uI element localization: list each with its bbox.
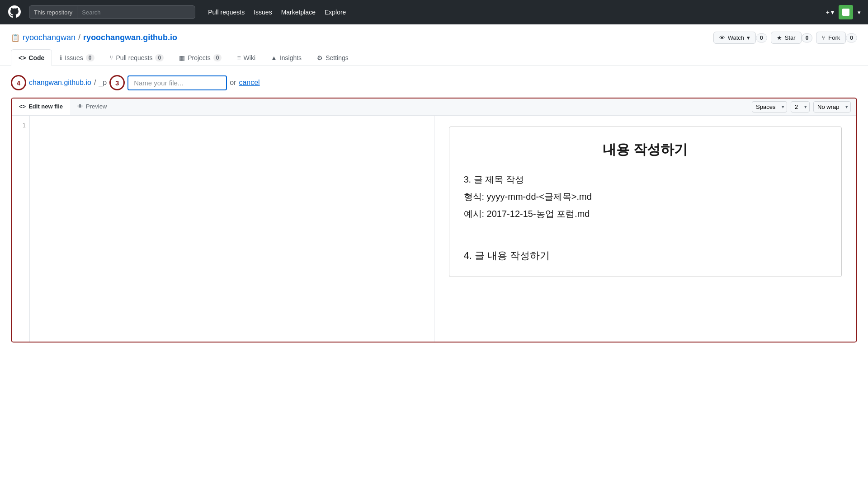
svg-rect-0 xyxy=(842,9,849,16)
issues-badge: 0 xyxy=(86,54,94,61)
avatar-dropdown[interactable]: ▾ xyxy=(858,9,861,16)
issues-icon: ℹ xyxy=(60,54,62,61)
eye-icon: 👁 xyxy=(719,34,725,41)
insights-icon: ▲ xyxy=(271,54,277,61)
star-group: ★ Star 0 xyxy=(771,32,813,44)
tab-wiki[interactable]: ≡ Wiki xyxy=(229,49,263,66)
top-nav: This repository Pull requests Issues Mar… xyxy=(0,0,868,24)
repo-name-link[interactable]: ryoochangwan.github.io xyxy=(83,33,177,42)
tab-code[interactable]: <> Code xyxy=(11,49,52,66)
search-input[interactable] xyxy=(77,9,195,16)
spaces-select[interactable]: Spaces xyxy=(752,101,787,113)
editor-body: 1 내용 작성하기 3. 글 제목 작성 형식: yyyy-mm-dd-<글제목… xyxy=(12,116,856,342)
fork-group: ⑂ Fork 0 xyxy=(816,32,857,44)
explore-link[interactable]: Explore xyxy=(325,9,346,16)
repo-header: 📋 ryoochangwan / ryoochangwan.github.io … xyxy=(0,24,868,66)
marketplace-link[interactable]: Marketplace xyxy=(281,9,316,16)
breadcrumb-row: 4 changwan.github.io / _p 3 or cancel xyxy=(11,75,857,90)
or-text: or xyxy=(230,79,236,87)
editor-toolbar: <> Edit new file 👁 Preview Spaces 2 xyxy=(12,99,856,116)
editor-toolbar-right: Spaces 2 No wrap xyxy=(746,99,856,115)
repo-label: This repository xyxy=(29,6,77,19)
tab-projects[interactable]: ▦ Projects 0 xyxy=(171,49,229,66)
preview-tab[interactable]: 👁 Preview xyxy=(70,99,114,115)
tab-settings[interactable]: ⚙ Settings xyxy=(309,49,356,66)
issues-link[interactable]: Issues xyxy=(254,9,272,16)
wiki-icon: ≡ xyxy=(237,54,241,61)
watch-count: 0 xyxy=(756,33,767,42)
breadcrumb-path: _p xyxy=(99,79,107,87)
file-name-input[interactable] xyxy=(127,75,227,90)
settings-icon: ⚙ xyxy=(317,54,323,61)
pull-requests-link[interactable]: Pull requests xyxy=(208,9,245,16)
spaces-select-wrapper[interactable]: Spaces xyxy=(752,101,787,113)
star-button[interactable]: ★ Star xyxy=(771,32,802,44)
new-item-button[interactable]: + ▾ xyxy=(826,9,834,16)
top-nav-links: Pull requests Issues Marketplace Explore xyxy=(208,9,346,16)
editor-textarea[interactable] xyxy=(30,116,434,342)
star-count: 0 xyxy=(802,33,813,42)
repo-owner-link[interactable]: ryoochangwan xyxy=(23,33,75,42)
edit-tab[interactable]: <> Edit new file xyxy=(12,99,70,115)
github-logo[interactable] xyxy=(7,5,22,20)
step-3-circle: 3 xyxy=(109,75,125,90)
fork-count: 0 xyxy=(846,33,857,42)
repo-actions: 👁 Watch ▾ 0 ★ Star 0 ⑂ Fork xyxy=(713,32,857,44)
preview-pane: 내용 작성하기 3. 글 제목 작성 형식: yyyy-mm-dd-<글제목>.… xyxy=(434,116,857,342)
edit-tab-code-icon: <> xyxy=(19,103,26,110)
nowrap-select-wrapper[interactable]: No wrap xyxy=(813,101,851,113)
indent-select-wrapper[interactable]: 2 xyxy=(791,101,810,113)
top-nav-actions: + ▾ ▾ xyxy=(826,5,861,19)
code-icon: <> xyxy=(19,54,26,61)
line-number-1: 1 xyxy=(15,121,26,131)
preview-line-1: 형식: yyyy-mm-dd-<글제목>.md xyxy=(464,189,827,204)
preview-line-2: 예시: 2017-12-15-농업 포럼.md xyxy=(464,206,827,221)
projects-icon: ▦ xyxy=(179,54,185,61)
preview-line-4: 4. 글 내용 작성하기 xyxy=(464,247,827,264)
fork-icon: ⑂ xyxy=(822,34,826,41)
preview-heading: 내용 작성하기 xyxy=(464,138,827,161)
pr-icon: ⑂ xyxy=(110,54,113,61)
fork-button[interactable]: ⑂ Fork xyxy=(816,32,846,44)
line-numbers: 1 xyxy=(12,116,30,342)
main-content: 4 changwan.github.io / _p 3 or cancel <>… xyxy=(0,66,868,352)
breadcrumb-sep1: / xyxy=(94,79,96,87)
repo-title-sep: / xyxy=(78,33,80,42)
repo-title-row: 📋 ryoochangwan / ryoochangwan.github.io … xyxy=(11,32,857,44)
nowrap-select[interactable]: No wrap xyxy=(813,101,851,113)
tab-issues[interactable]: ℹ Issues 0 xyxy=(52,49,102,66)
cancel-link[interactable]: cancel xyxy=(239,79,259,87)
tab-insights[interactable]: ▲ Insights xyxy=(263,49,309,66)
repo-tabs: <> Code ℹ Issues 0 ⑂ Pull requests 0 ▦ P… xyxy=(11,49,857,66)
projects-badge: 0 xyxy=(213,54,222,61)
watch-group: 👁 Watch ▾ 0 xyxy=(713,32,767,44)
breadcrumb-repo-link[interactable]: changwan.github.io xyxy=(29,79,91,87)
repo-search-group[interactable]: This repository xyxy=(29,5,195,19)
repo-title: 📋 ryoochangwan / ryoochangwan.github.io xyxy=(11,33,177,42)
indent-select[interactable]: 2 xyxy=(791,101,810,113)
tab-pull-requests[interactable]: ⑂ Pull requests 0 xyxy=(102,49,172,66)
preview-line-0: 3. 글 제목 작성 xyxy=(464,172,827,187)
avatar[interactable] xyxy=(839,5,853,19)
editor-container: <> Edit new file 👁 Preview Spaces 2 xyxy=(11,98,857,343)
preview-icon: 👁 xyxy=(77,103,83,110)
repo-icon: 📋 xyxy=(11,33,20,42)
step-4-circle: 4 xyxy=(11,75,26,90)
watch-dropdown-icon: ▾ xyxy=(747,34,750,41)
watch-button[interactable]: 👁 Watch ▾ xyxy=(713,32,756,44)
pr-badge: 0 xyxy=(155,54,164,61)
star-icon: ★ xyxy=(777,34,782,41)
preview-box: 내용 작성하기 3. 글 제목 작성 형식: yyyy-mm-dd-<글제목>.… xyxy=(449,127,842,277)
